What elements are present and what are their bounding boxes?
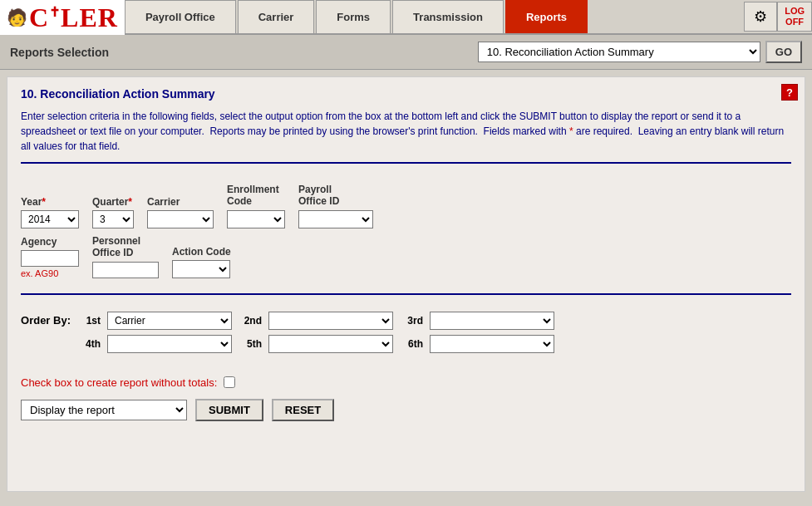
carrier-label: Carrier	[147, 196, 214, 208]
report-dropdown[interactable]: 10. Reconciliation Action Summary	[478, 42, 760, 62]
quarter-select[interactable]: 1 2 3 4	[92, 210, 134, 228]
personnel-office-id-label-line1: Personnel	[92, 235, 159, 247]
enrollment-code-label-line2: Code	[227, 195, 285, 207]
action-code-field-group: Action Code	[172, 246, 231, 278]
action-code-label: Action Code	[172, 246, 231, 258]
no-totals-row: Check box to create report without total…	[21, 376, 791, 389]
order-1st-select[interactable]: Carrier Quarter Year Agency Personnel Of…	[107, 312, 232, 330]
help-icon[interactable]: ?	[781, 84, 798, 101]
order-5th-select[interactable]: Carrier Quarter Year Agency Personnel Of…	[268, 335, 393, 353]
order-3rd-label: 3rd	[400, 315, 423, 327]
action-row: Display the report Send to spreadsheet S…	[21, 399, 791, 421]
nav-tab-reports[interactable]: Reports	[505, 0, 588, 33]
carrier-field-group: Carrier	[147, 196, 214, 228]
no-totals-label: Check box to create report without total…	[21, 376, 217, 389]
year-field-group: Year* 2014 2013 2012 2011	[21, 196, 79, 228]
reset-button[interactable]: RESET	[272, 399, 334, 421]
quarter-field-group: Quarter* 1 2 3 4	[92, 196, 134, 228]
instructions-text: Enter selection criteria in the followin…	[21, 109, 791, 164]
agency-label: Agency	[21, 236, 79, 248]
year-select[interactable]: 2014 2013 2012 2011	[21, 210, 79, 228]
nav-tab-carrier[interactable]: Carrier	[238, 0, 315, 33]
reports-selection-label: Reports Selection	[10, 46, 109, 59]
order-by-row-1-2: Order By: 1st Carrier Quarter Year Agenc…	[21, 312, 791, 330]
logoff-button[interactable]: LOGOFF	[777, 2, 812, 32]
carrier-select[interactable]	[147, 210, 214, 228]
go-button[interactable]: GO	[765, 41, 802, 63]
gear-button[interactable]: ⚙	[744, 2, 777, 32]
order-5th-label: 5th	[239, 338, 262, 350]
order-6th-label: 6th	[400, 338, 423, 350]
reports-bar: Reports Selection 10. Reconciliation Act…	[0, 35, 812, 70]
nav-tab-payroll-office[interactable]: Payroll Office	[125, 0, 236, 33]
order-by-row-4-5-6: 4th Carrier Quarter Year Agency Personne…	[21, 335, 791, 353]
personnel-office-id-input[interactable]	[92, 262, 159, 278]
fields-row-1: Year* 2014 2013 2012 2011 Quarter* 1 2 3…	[21, 184, 791, 228]
nav-tab-forms[interactable]: Forms	[316, 0, 391, 33]
action-code-select[interactable]	[172, 260, 230, 278]
section-title: 10. Reconciliation Action Summary	[21, 87, 791, 101]
payroll-office-id-field-group: Payroll Office ID	[298, 184, 373, 228]
required-indicator: *	[569, 125, 573, 137]
order-1st-label: 1st	[77, 315, 101, 327]
order-6th-select[interactable]: Carrier Quarter Year Agency Personnel Of…	[430, 335, 554, 353]
enrollment-code-field-group: Enrollment Code	[227, 184, 285, 228]
order-3rd-select[interactable]: Carrier Quarter Year Agency Personnel Of…	[430, 312, 554, 330]
nav-right: ⚙ LOGOFF	[744, 0, 812, 33]
output-select[interactable]: Display the report Send to spreadsheet S…	[21, 400, 187, 420]
logo-area: 🧑 C✝LER	[0, 0, 125, 35]
year-label: Year*	[21, 196, 79, 208]
nav-tabs: Payroll Office Carrier Forms Transmissio…	[125, 0, 744, 33]
submit-button[interactable]: SUBMIT	[195, 399, 263, 421]
order-2nd-label: 2nd	[239, 315, 262, 327]
logo-text: C✝LER	[29, 4, 118, 31]
order-2nd-select[interactable]: Carrier Quarter Year Agency Personnel Of…	[268, 312, 393, 330]
logoff-label: LOGOFF	[785, 6, 805, 27]
quarter-label: Quarter*	[92, 196, 134, 208]
report-select-wrap: 10. Reconciliation Action Summary GO	[478, 41, 802, 63]
order-4th-select[interactable]: Carrier Quarter Year Agency Personnel Of…	[107, 335, 232, 353]
enrollment-code-select[interactable]	[227, 210, 285, 228]
personnel-office-id-label: Personnel Office ID	[92, 235, 159, 259]
enrollment-code-label-line1: Enrollment	[227, 184, 285, 195]
personnel-office-id-field-group: Personnel Office ID	[92, 235, 159, 278]
agency-field-group: Agency ex. AG90	[21, 236, 79, 278]
payroll-office-id-label: Payroll Office ID	[298, 184, 373, 208]
main-content: ? 10. Reconciliation Action Summary Ente…	[7, 76, 805, 492]
payroll-office-id-label-line1: Payroll	[298, 184, 373, 195]
fields-row-2: Agency ex. AG90 Personnel Office ID Acti…	[21, 235, 791, 278]
order-by-section: Order By: 1st Carrier Quarter Year Agenc…	[21, 303, 791, 366]
form-section-row1: Year* 2014 2013 2012 2011 Quarter* 1 2 3…	[21, 175, 791, 295]
logo-person-icon: 🧑	[7, 7, 27, 27]
order-by-label: Order By:	[21, 314, 71, 327]
agency-input[interactable]	[21, 250, 79, 267]
no-totals-checkbox[interactable]	[224, 376, 235, 388]
enrollment-code-label: Enrollment Code	[227, 184, 285, 208]
payroll-office-id-label-line2: Office ID	[298, 195, 373, 207]
nav-tab-transmission[interactable]: Transmission	[392, 0, 504, 33]
payroll-office-id-select[interactable]	[298, 210, 373, 228]
gear-icon: ⚙	[754, 7, 767, 26]
order-4th-label: 4th	[77, 338, 101, 350]
agency-hint: ex. AG90	[21, 268, 79, 278]
personnel-office-id-label-line2: Office ID	[92, 247, 159, 258]
